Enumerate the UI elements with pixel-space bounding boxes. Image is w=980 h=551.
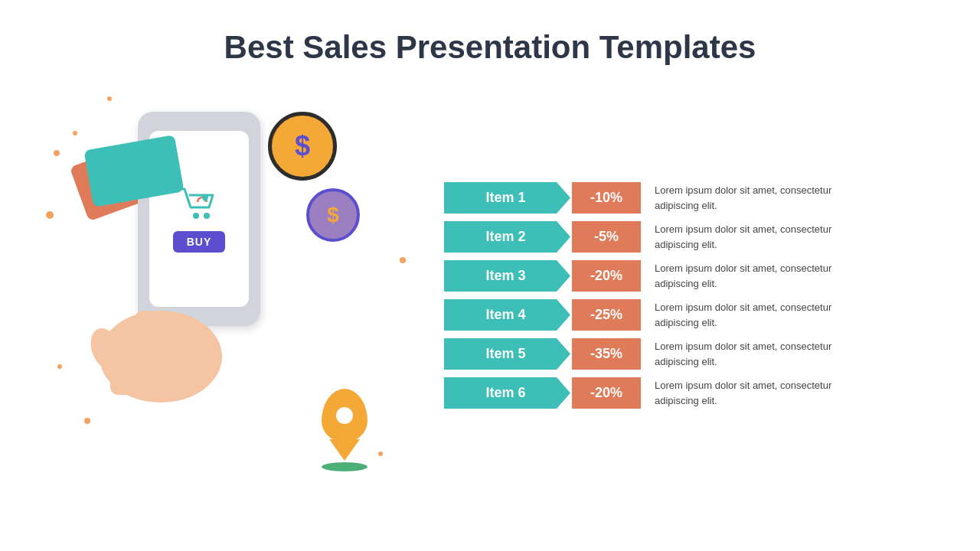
item-label-4: Item 4 (444, 299, 570, 331)
dot-8 (378, 452, 383, 456)
item-label-5: Item 5 (444, 338, 570, 370)
svg-rect-8 (110, 334, 194, 395)
item-row-5: Item 5-35%Lorem ipsum dolor sit amet, co… (444, 338, 949, 370)
hand-svg (77, 257, 245, 410)
item-percent-4: -25% (572, 299, 641, 331)
location-pin (322, 389, 368, 471)
item-row-3: Item 3-20%Lorem ipsum dolor sit amet, co… (444, 260, 949, 292)
item-percent-3: -20% (572, 260, 641, 292)
svg-point-0 (193, 213, 199, 219)
page-title: Best Sales Presentation Templates (224, 29, 756, 66)
pin-base (322, 462, 368, 471)
items-list: Item 1-10%Lorem ipsum dolor sit amet, co… (429, 182, 949, 409)
item-label-1: Item 1 (444, 182, 570, 214)
slide: Best Sales Presentation Templates (0, 0, 980, 551)
item-desc-6: Lorem ipsum dolor sit amet, consectetur … (655, 378, 869, 408)
svg-point-1 (204, 213, 210, 219)
pin-hole (336, 407, 353, 424)
pin-point (329, 439, 360, 461)
coin-small: $ (306, 188, 360, 242)
buy-button[interactable]: BUY (173, 231, 226, 253)
item-percent-6: -20% (572, 377, 641, 409)
cart-icon (176, 185, 222, 223)
item-row-6: Item 6-20%Lorem ipsum dolor sit amet, co… (444, 377, 949, 409)
dot-7 (84, 418, 90, 424)
dot-6 (57, 364, 62, 369)
item-desc-3: Lorem ipsum dolor sit amet, consectetur … (655, 261, 869, 291)
item-row-1: Item 1-10%Lorem ipsum dolor sit amet, co… (444, 182, 949, 214)
item-label-3: Item 3 (444, 260, 570, 292)
dot-3 (46, 211, 54, 219)
item-desc-2: Lorem ipsum dolor sit amet, consectetur … (655, 222, 869, 252)
illustration: BUY $ $ (31, 89, 429, 502)
dot-5 (400, 257, 406, 263)
item-percent-1: -10% (572, 182, 641, 214)
pin-body (322, 389, 368, 442)
dot-2 (73, 131, 77, 135)
item-desc-1: Lorem ipsum dolor sit amet, consectetur … (655, 183, 869, 213)
item-desc-4: Lorem ipsum dolor sit amet, consectetur … (655, 300, 869, 330)
item-label-6: Item 6 (444, 377, 570, 409)
item-row-4: Item 4-25%Lorem ipsum dolor sit amet, co… (444, 299, 949, 331)
item-row-2: Item 2-5%Lorem ipsum dolor sit amet, con… (444, 221, 949, 253)
dot-4 (107, 96, 112, 101)
item-percent-2: -5% (572, 221, 641, 253)
item-label-2: Item 2 (444, 221, 570, 253)
content-area: BUY $ $ (0, 89, 980, 502)
coin-big: $ (268, 112, 337, 181)
item-desc-5: Lorem ipsum dolor sit amet, consectetur … (655, 339, 869, 369)
item-percent-5: -35% (572, 338, 641, 370)
dot-1 (54, 150, 60, 156)
